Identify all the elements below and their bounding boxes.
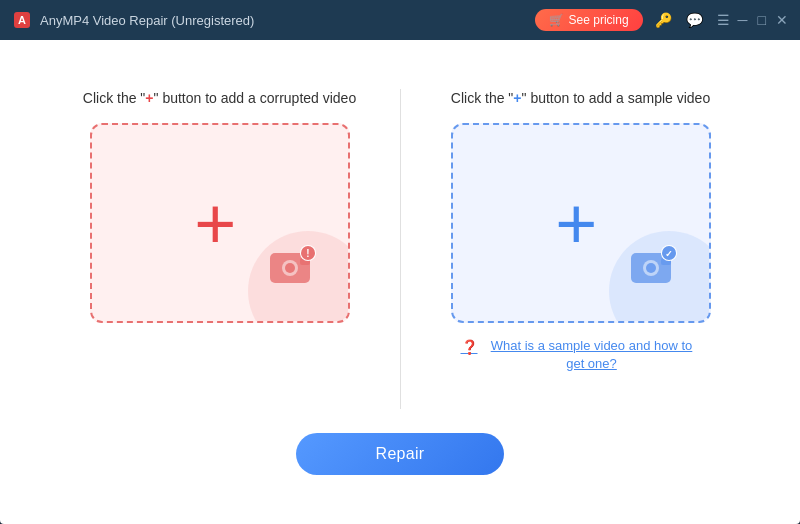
corrupted-video-panel: Click the "+" button to add a corrupted … bbox=[60, 89, 380, 323]
corrupted-plus-symbol: + bbox=[145, 90, 153, 106]
sample-plus-symbol: + bbox=[513, 90, 521, 106]
sample-video-help-link[interactable]: ❓ What is a sample video and how to get … bbox=[461, 337, 701, 373]
svg-point-11 bbox=[646, 263, 656, 273]
sample-video-dropzone[interactable]: + ✓ bbox=[451, 123, 711, 323]
svg-text:!: ! bbox=[306, 248, 309, 259]
key-icon[interactable]: 🔑 bbox=[655, 12, 672, 28]
see-pricing-button[interactable]: 🛒 See pricing bbox=[535, 9, 643, 31]
titlebar-actions: 🔑 💬 ☰ bbox=[655, 12, 730, 28]
main-content: Click the "+" button to add a corrupted … bbox=[0, 40, 800, 524]
cart-icon: 🛒 bbox=[549, 13, 564, 27]
corrupted-video-dropzone[interactable]: + ! bbox=[90, 123, 350, 323]
svg-text:✓: ✓ bbox=[665, 249, 673, 259]
titlebar: A AnyMP4 Video Repair (Unregistered) 🛒 S… bbox=[0, 0, 800, 40]
sample-video-title: Click the "+" button to add a sample vid… bbox=[451, 89, 710, 109]
corrupted-camera-icon: ! bbox=[264, 243, 320, 291]
svg-text:A: A bbox=[18, 14, 26, 26]
menu-icon[interactable]: ☰ bbox=[717, 12, 730, 28]
minimize-button[interactable]: ─ bbox=[738, 13, 748, 27]
help-circle-icon: ❓ bbox=[461, 338, 478, 358]
repair-button-row: Repair bbox=[296, 433, 505, 475]
corrupted-video-title: Click the "+" button to add a corrupted … bbox=[83, 89, 356, 109]
window-controls: ─ □ ✕ bbox=[738, 13, 788, 27]
sample-camera-icon: ✓ bbox=[625, 243, 681, 291]
chat-icon[interactable]: 💬 bbox=[686, 12, 703, 28]
maximize-button[interactable]: □ bbox=[758, 13, 766, 27]
close-button[interactable]: ✕ bbox=[776, 13, 788, 27]
app-title: AnyMP4 Video Repair (Unregistered) bbox=[40, 13, 535, 28]
corrupted-plus-icon: + bbox=[194, 187, 236, 259]
sample-video-panel: Click the "+" button to add a sample vid… bbox=[421, 89, 741, 373]
sample-plus-icon: + bbox=[555, 187, 597, 259]
app-logo: A bbox=[12, 10, 32, 30]
repair-button[interactable]: Repair bbox=[296, 433, 505, 475]
panels-row: Click the "+" button to add a corrupted … bbox=[40, 89, 760, 409]
panel-divider bbox=[400, 89, 401, 409]
svg-point-4 bbox=[285, 263, 295, 273]
